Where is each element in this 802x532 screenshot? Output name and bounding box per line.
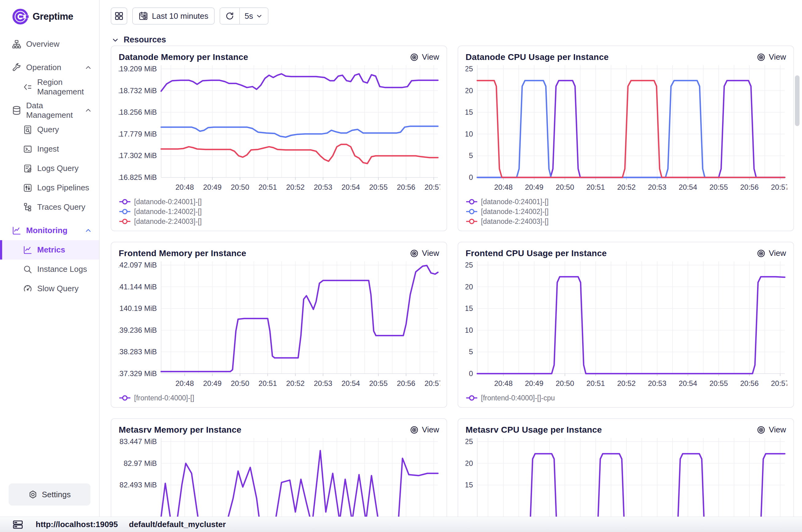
chart-plot-frontend-cpu[interactable]: 252015105020:4820:4920:5020:5120:5220:53…	[465, 261, 787, 391]
chart-plot-datanode-memory[interactable]: 119.209 MiB118.732 MiB118.256 MiB117.779…	[119, 65, 440, 194]
svg-text:82.97 MiB: 82.97 MiB	[123, 459, 157, 468]
resources-section-toggle[interactable]: Resources	[100, 25, 802, 44]
chart-plot-datanode-cpu[interactable]: 252015105020:4820:4920:5020:5120:5220:53…	[465, 65, 787, 194]
view-button[interactable]: View	[757, 248, 786, 258]
sidebar-item-data-management[interactable]: Data Management	[0, 100, 99, 120]
sidebar-item-label: Logs Pipelines	[37, 183, 89, 192]
legend-marker-icon	[119, 208, 131, 215]
greptime-logo-icon	[12, 8, 29, 25]
view-label: View	[769, 248, 786, 258]
sidebar-item-instance-logs[interactable]: Instance Logs	[0, 260, 99, 279]
sidebar-item-logs-pipelines[interactable]: Logs Pipelines	[0, 178, 99, 197]
svg-text:15: 15	[465, 481, 473, 489]
svg-text:138.283 MiB: 138.283 MiB	[119, 347, 157, 356]
chevron-up-icon	[84, 107, 92, 114]
sidebar-item-monitoring[interactable]: Monitoring	[0, 221, 99, 240]
chart-plot-frontend-memory[interactable]: 142.097 MiB141.144 MiB140.19 MiB139.236 …	[119, 261, 440, 391]
chart-title: Frontend Memory per Instance	[119, 248, 246, 258]
legend-item[interactable]: [datanode-2:24003]-[]	[465, 216, 786, 226]
layout-grid-button[interactable]	[111, 7, 127, 25]
view-button[interactable]: View	[757, 425, 786, 435]
view-button[interactable]: View	[409, 248, 439, 258]
svg-text:20:48: 20:48	[494, 379, 513, 387]
time-range-button[interactable]: Last 10 minutes	[132, 7, 215, 25]
legend-item[interactable]: [datanode-2:24003]-[]	[119, 216, 439, 226]
card-frontend-memory: Frontend Memory per InstanceView142.097 …	[111, 242, 447, 408]
legend-item[interactable]: [datanode-1:24002]-[]	[119, 207, 439, 216]
sidebar-item-traces-query[interactable]: Traces Query	[0, 197, 99, 217]
scrollbar-thumb[interactable]	[795, 75, 800, 126]
main-content: Last 10 minutes 5s	[100, 0, 802, 517]
legend-item[interactable]: [datanode-0:24001]-[]	[465, 197, 786, 207]
sidebar-item-ingest[interactable]: Ingest	[0, 139, 99, 159]
sidebar-item-query[interactable]: Query	[0, 120, 99, 139]
chart-legend: [datanode-0:24001]-[][datanode-1:24002]-…	[465, 197, 786, 226]
svg-text:20:56: 20:56	[397, 379, 415, 387]
svg-text:15: 15	[465, 108, 473, 116]
svg-text:20:57: 20:57	[771, 183, 787, 191]
sidebar-item-region-management[interactable]: Region Management	[0, 77, 99, 97]
svg-text:20:53: 20:53	[648, 183, 666, 191]
legend-label: [datanode-1:24002]-[]	[134, 208, 202, 216]
svg-text:117.779 MiB: 117.779 MiB	[119, 130, 157, 138]
app-window: Greptime OverviewOperationRegion Managem…	[0, 0, 802, 532]
brand-name: Greptime	[33, 11, 73, 22]
region-icon	[23, 82, 33, 92]
svg-text:20:54: 20:54	[341, 379, 360, 387]
refresh-interval-select[interactable]: 5s	[239, 8, 268, 24]
sidebar-item-label: Operation	[26, 63, 61, 72]
legend-marker-icon	[465, 218, 478, 225]
svg-text:20:51: 20:51	[258, 379, 277, 387]
legend-label: [datanode-0:24001]-[]	[481, 198, 549, 206]
legend-marker-icon	[465, 394, 478, 402]
sidebar-item-metrics[interactable]: Metrics	[0, 240, 99, 260]
view-button[interactable]: View	[409, 52, 439, 62]
charts-grid: Datanode Memory per InstanceView119.209 …	[111, 45, 794, 517]
sidebar-item-label: Metrics	[37, 245, 65, 254]
svg-text:5: 5	[469, 347, 473, 356]
legend-item[interactable]: [datanode-0:24001]-[]	[119, 197, 439, 207]
svg-text:20:52: 20:52	[286, 379, 304, 387]
eye-icon	[757, 249, 766, 258]
legend-item[interactable]: [frontend-0:4000]-[]	[119, 393, 439, 403]
svg-text:20:52: 20:52	[617, 379, 636, 387]
toolbar: Last 10 minutes 5s	[100, 0, 802, 25]
sidebar-item-label: Query	[37, 125, 59, 134]
legend-marker-icon	[119, 394, 131, 402]
svg-text:20:56: 20:56	[740, 183, 759, 191]
legend-label: [datanode-2:24003]-[]	[134, 217, 202, 226]
grid-icon	[114, 12, 123, 21]
ingest-icon	[23, 144, 33, 154]
refresh-button[interactable]	[220, 8, 239, 24]
sidebar-item-overview[interactable]: Overview	[0, 35, 99, 54]
sidebar-item-slow-query[interactable]: Slow Query	[0, 279, 99, 298]
svg-text:20:49: 20:49	[525, 379, 543, 387]
card-datanode-memory: Datanode Memory per InstanceView119.209 …	[111, 45, 447, 231]
svg-text:20:49: 20:49	[525, 183, 543, 191]
eye-icon	[409, 53, 419, 62]
view-button[interactable]: View	[409, 425, 439, 435]
sidebar-item-logs-query[interactable]: Logs Query	[0, 159, 99, 178]
eye-icon	[757, 53, 766, 62]
legend-item[interactable]: [datanode-1:24002]-[]	[465, 207, 786, 216]
svg-text:20:53: 20:53	[648, 379, 666, 387]
sidebar-item-operation[interactable]: Operation	[0, 58, 99, 77]
sidebar-item-label: Instance Logs	[37, 264, 87, 274]
view-button[interactable]: View	[757, 52, 786, 62]
legend-label: [datanode-0:24001]-[]	[134, 198, 202, 206]
sidebar-item-label: Slow Query	[37, 284, 78, 293]
settings-button[interactable]: Settings	[8, 483, 90, 506]
chart-plot-metasrv-memory[interactable]: 83.447 MiB82.97 MiB82.493 MiB20:4820:492…	[119, 438, 440, 517]
calendar-clock-icon	[138, 11, 148, 21]
refresh-icon	[225, 12, 234, 21]
chart-title: Metasrv Memory per Instance	[119, 425, 242, 435]
brand-logo[interactable]: Greptime	[0, 0, 99, 31]
svg-text:20:51: 20:51	[258, 183, 277, 191]
chart-legend: [frontend-0:4000]-[]	[119, 393, 439, 403]
legend-item[interactable]: [frontend-0:4000]-[]-cpu	[465, 393, 786, 403]
svg-text:141.144 MiB: 141.144 MiB	[119, 283, 157, 291]
chart-plot-metasrv-cpu[interactable]: 25201520:4820:4920:5020:5120:5220:5320:5…	[465, 438, 787, 517]
svg-text:140.19 MiB: 140.19 MiB	[120, 304, 157, 312]
gear-icon	[28, 490, 38, 499]
time-range-label: Last 10 minutes	[152, 12, 209, 21]
